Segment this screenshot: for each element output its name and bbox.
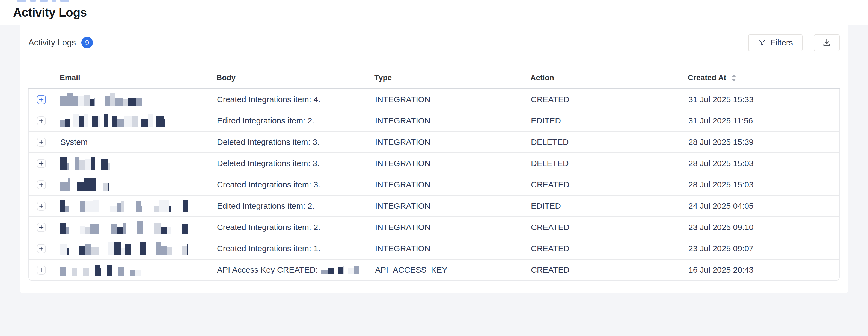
redacted-text-block	[156, 242, 172, 255]
expand-row-button[interactable]	[37, 159, 46, 168]
redacted-text-block	[73, 114, 88, 127]
table-row: Created Integrations item: 2. INTEGRATIO…	[29, 217, 839, 238]
body-cell: Created Integrations item: 4.	[217, 89, 375, 110]
type-cell: INTEGRATION	[375, 174, 531, 195]
plus-icon	[38, 118, 44, 124]
email-cell	[60, 153, 217, 174]
table-row: Deleted Integrations item: 3. INTEGRATIO…	[29, 153, 839, 174]
redacted-text-block	[321, 265, 334, 274]
table-row: Edited Integrations item: 2. INTEGRATION…	[29, 110, 839, 132]
header-action: Action	[530, 68, 688, 88]
expand-row-button[interactable]	[37, 180, 46, 189]
header-type: Type	[374, 68, 530, 88]
funnel-icon	[758, 38, 766, 47]
redacted-text-block	[111, 221, 126, 233]
redacted-text-block	[60, 221, 69, 233]
table-row: Edited Integrations item: 2. INTEGRATION…	[29, 196, 839, 217]
body-cell: Edited Integrations item: 2.	[217, 110, 375, 131]
redacted-text-block	[60, 157, 68, 170]
plus-icon	[38, 161, 44, 166]
action-cell: CREATED	[531, 217, 688, 237]
filters-button[interactable]: Filters	[748, 34, 803, 51]
redacted-text-block	[72, 263, 77, 276]
created-at-cell: 28 Jul 2025 15:03	[688, 153, 839, 174]
table-row: API Access Key CREATED: API_ACCESS_KEY C…	[29, 259, 839, 280]
type-cell: INTEGRATION	[375, 217, 531, 237]
type-cell: INTEGRATION	[375, 153, 531, 174]
email-cell	[60, 238, 217, 259]
redacted-text-block	[118, 263, 124, 276]
created-at-cell: 24 Jul 2025 04:05	[688, 196, 839, 216]
redacted-text-block	[60, 200, 68, 212]
redacted-text-block	[80, 221, 99, 233]
plus-icon	[38, 182, 44, 188]
created-at-cell: 31 Jul 2025 15:33	[688, 89, 839, 110]
redacted-text-block	[348, 265, 359, 274]
type-cell: INTEGRATION	[375, 132, 531, 152]
created-at-cell: 31 Jul 2025 11:56	[688, 110, 839, 131]
plus-icon	[38, 97, 44, 103]
created-at-cell: 23 Jul 2025 09:07	[688, 238, 839, 259]
email-cell	[60, 196, 217, 216]
activity-logs-card: Activity Logs 9 Filters	[20, 25, 848, 293]
redacted-text-block	[107, 263, 112, 276]
email-cell	[60, 110, 217, 131]
created-at-cell: 28 Jul 2025 15:03	[688, 174, 839, 195]
header-email: Email	[60, 68, 216, 88]
redacted-text-block	[101, 157, 110, 170]
action-cell: CREATED	[531, 174, 688, 195]
redacted-text-block	[60, 93, 95, 106]
count-badge: 9	[81, 37, 93, 48]
redacted-text-block	[77, 178, 96, 191]
action-cell: CREATED	[531, 259, 688, 280]
header-expand-spacer	[28, 68, 60, 88]
action-cell: DELETED	[531, 132, 688, 152]
download-icon	[822, 38, 831, 47]
type-cell: INTEGRATION	[375, 238, 531, 259]
expand-row-button[interactable]	[37, 138, 46, 147]
redacted-text-block	[108, 242, 131, 255]
created-at-cell: 16 Jul 2025 20:43	[688, 259, 839, 280]
expand-row-button[interactable]	[37, 223, 46, 232]
redacted-text-block	[83, 263, 89, 276]
plus-icon	[38, 225, 44, 230]
expand-row-button[interactable]	[37, 265, 46, 275]
body-cell: API Access Key CREATED:	[217, 259, 375, 280]
table-header: Email Body Type Action Created At	[28, 68, 840, 89]
plus-icon	[38, 267, 44, 273]
action-cell: CREATED	[531, 89, 688, 110]
redacted-text-block	[136, 200, 142, 212]
redacted-text-block	[60, 242, 69, 255]
redacted-text-block	[105, 93, 142, 106]
redacted-text-block	[137, 221, 143, 233]
action-cell: CREATED	[531, 238, 688, 259]
sort-by-created-at[interactable]: Created At	[688, 74, 736, 82]
expand-row-button[interactable]	[37, 244, 46, 253]
redacted-text-block	[60, 114, 70, 127]
redacted-text-block	[130, 263, 141, 276]
download-button[interactable]	[814, 34, 840, 51]
redacted-text-block	[79, 242, 99, 255]
email-cell	[60, 217, 217, 237]
header-created-at: Created At	[688, 74, 726, 82]
email-cell: System	[60, 132, 217, 152]
page-header: Activity Logs	[0, 0, 868, 25]
redacted-text-block	[154, 200, 171, 212]
redacted-text-block	[112, 114, 138, 127]
content-area: Activity Logs 9 Filters	[0, 25, 868, 336]
action-cell: DELETED	[531, 153, 688, 174]
body-cell: Deleted Integrations item: 3.	[217, 132, 375, 152]
expand-row-button[interactable]	[37, 95, 46, 104]
expand-row-button[interactable]	[37, 116, 46, 125]
body-cell: Created Integrations item: 1.	[217, 238, 375, 259]
header-body: Body	[216, 68, 374, 88]
redacted-text-block	[156, 114, 164, 127]
type-cell: API_ACCESS_KEY	[375, 259, 531, 280]
expand-row-button[interactable]	[37, 202, 46, 211]
redacted-text-block	[60, 263, 66, 276]
redacted-text-block	[110, 200, 124, 212]
redacted-text-block	[103, 178, 110, 191]
created-at-cell: 28 Jul 2025 15:39	[688, 132, 839, 152]
action-cell: EDITED	[531, 196, 688, 216]
filters-label: Filters	[771, 38, 793, 47]
